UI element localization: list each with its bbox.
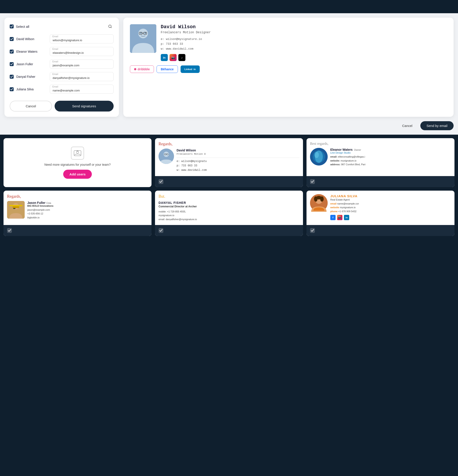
email-wrap-david: Email: [50, 34, 114, 43]
checkbox-jason[interactable]: [10, 62, 14, 66]
svg-rect-24: [13, 206, 19, 208]
sig-info-juliana: JULIANA SILVA Real Estate Agent email na…: [330, 194, 451, 220]
instagram-icon: 📷: [170, 54, 177, 61]
checkbox-juliana[interactable]: [10, 87, 14, 91]
select-all-checkbox[interactable]: [10, 25, 14, 28]
sig-company-jason: BIG BOLD Innovations: [27, 204, 148, 207]
sig-card-body-jason: Regards,: [4, 191, 151, 225]
check-david[interactable]: [158, 179, 163, 184]
linkedin-label: Linked: [184, 68, 192, 70]
behance-label: Bēhance: [161, 68, 174, 71]
sig-info-david: David Wilson Freelancers Motion D e: wil…: [177, 149, 300, 172]
modal-actions: Cancel Send signatures: [10, 101, 114, 111]
sig-name-jason: Jason Fuller: [27, 201, 45, 204]
sig-role-danyal: Commercial Director at Archer: [158, 205, 300, 208]
contact-name-juliana: Juliana Silva: [16, 87, 47, 91]
sig-info-danyal: DANYAL FISHER Commercial Director at Arc…: [158, 201, 300, 221]
sig-card-footer-eleanor: [307, 176, 454, 187]
svg-point-0: [108, 25, 111, 27]
check-jason[interactable]: [7, 228, 12, 233]
email-label-danyal: Email: [52, 73, 58, 75]
sig-person-row-david: David Wilson Freelancers Motion D e: wil…: [158, 149, 300, 172]
instagram-icon-juliana: 📷: [337, 215, 342, 220]
cancel-button[interactable]: Cancel: [10, 101, 52, 111]
linkedin-icon-juliana: in: [344, 215, 349, 220]
sig-role-juliana: Real Estate Agent: [330, 198, 451, 201]
sig-company-eleanor: Line Design Studio: [330, 151, 451, 154]
email-label-david: Email: [52, 35, 58, 38]
signature-preview: David Wilson Freelancers Motion Designer…: [130, 24, 447, 61]
coil-icon: [71, 146, 84, 160]
dribbble-badge: dribbble: [130, 66, 154, 73]
svg-rect-10: [77, 151, 78, 152]
send-by-email-button[interactable]: Send by email: [420, 121, 454, 130]
preview-title: Freelancers Motion Designer: [161, 31, 447, 34]
email-input-juliana[interactable]: [50, 85, 114, 94]
checkbox-eleanor[interactable]: [10, 50, 14, 53]
sig-name-eleanor: Eleanor Waters: [330, 148, 352, 151]
add-users-card: Need more signatures for yourself or you…: [4, 138, 151, 187]
select-all-label: Select all: [16, 25, 29, 28]
top-bar: [0, 0, 458, 13]
sig-role-jason: Crea: [46, 202, 51, 204]
linkedin-badge: Linkedin: [181, 66, 200, 73]
email-input-danyal[interactable]: [50, 72, 114, 81]
email-input-david[interactable]: [50, 34, 114, 43]
tiktok-icon: ♪: [178, 54, 185, 61]
email-label-preview: e:: [161, 37, 166, 41]
preview-info: David Wilson Freelancers Motion Designer…: [161, 24, 447, 61]
sig-name-david: David Wilson: [177, 149, 300, 152]
email-wrap-juliana: Email: [50, 85, 114, 94]
send-signatures-modal: Select all David Wilson Email: [4, 18, 119, 117]
svg-point-4: [145, 32, 146, 34]
main-content: Select all David Wilson Email: [0, 13, 458, 251]
check-juliana[interactable]: [310, 228, 315, 233]
email-wrap-eleanor: Email: [50, 47, 114, 56]
sig-person-row-jason: Jason Fuller Crea BIG BOLD Innovations j…: [7, 201, 148, 220]
sig-person-row-eleanor: Eleanor Waters Owner Line Design Studio …: [310, 148, 451, 167]
regards-eleanor: Best regards,: [310, 142, 451, 146]
signature-card-juliana: JULIANA SILVA Real Estate Agent email na…: [307, 191, 454, 236]
top-section: Select all David Wilson Email: [0, 13, 458, 121]
contact-row-eleanor: Eleanor Waters Email: [10, 47, 114, 56]
sig-avatar-eleanor: [310, 148, 328, 165]
check-eleanor[interactable]: [310, 179, 315, 184]
preview-phone: 733 663 33: [166, 42, 183, 46]
email-input-jason[interactable]: [50, 60, 114, 68]
sig-card-body-juliana: JULIANA SILVA Real Estate Agent email na…: [307, 191, 454, 225]
search-button[interactable]: [107, 23, 114, 30]
add-users-text: Need more signatures for yourself or you…: [44, 162, 110, 167]
signature-card-danyal: But. DANYAL FISHER Commercial Director a…: [155, 191, 303, 236]
signature-card-david: Regards, David Wilson: [155, 138, 303, 187]
sig-name-danyal: DANYAL FISHER: [158, 201, 300, 204]
sig-avatar-juliana: [310, 194, 328, 212]
linkedin-in: in: [193, 68, 196, 70]
sig-avatar-jason: [7, 201, 25, 219]
facebook-icon-juliana: f: [330, 215, 336, 220]
svg-point-29: [316, 196, 322, 199]
email-wrap-danyal: Email: [50, 72, 114, 81]
checkbox-david[interactable]: [10, 37, 14, 41]
check-danyal[interactable]: [158, 228, 163, 233]
sig-info-jason: Jason Fuller Crea BIG BOLD Innovations j…: [27, 201, 148, 220]
sig-card-footer-juliana: [307, 225, 454, 236]
contact-name-david: David Wilson: [16, 37, 47, 41]
sig-card-footer-jason: [4, 225, 151, 236]
sig-info-eleanor: Eleanor Waters Owner Line Design Studio …: [330, 148, 451, 167]
add-users-button[interactable]: Add users: [63, 170, 92, 179]
checkbox-danyal[interactable]: [10, 75, 14, 79]
action-row: Cancel Send by email: [0, 121, 458, 135]
contact-name-jason: Jason Fuller: [16, 62, 47, 66]
select-all-row: Select all: [10, 25, 29, 28]
email-input-eleanor[interactable]: [50, 47, 114, 56]
sig-contact-danyal: mobile: +1 729 855 4555, mysignature.io …: [158, 210, 300, 221]
contact-row-danyal: Danyal Fisher Email: [10, 72, 114, 81]
cancel-small-button[interactable]: Cancel: [397, 122, 418, 130]
regards-david: Regards,: [158, 142, 300, 146]
contact-row-juliana: Juliana Silva Email: [10, 85, 114, 94]
send-signatures-button[interactable]: Send signatures: [55, 101, 114, 111]
signature-card-eleanor: Best regards, Eleanor Waters: [307, 138, 454, 187]
sig-contact-david: e: wilson@mysignatu p: 733 663 33 w: www…: [177, 159, 300, 172]
platform-badges: dribbble Bēhance Linkedin: [130, 66, 447, 73]
email-label-eleanor: Email: [52, 48, 58, 50]
